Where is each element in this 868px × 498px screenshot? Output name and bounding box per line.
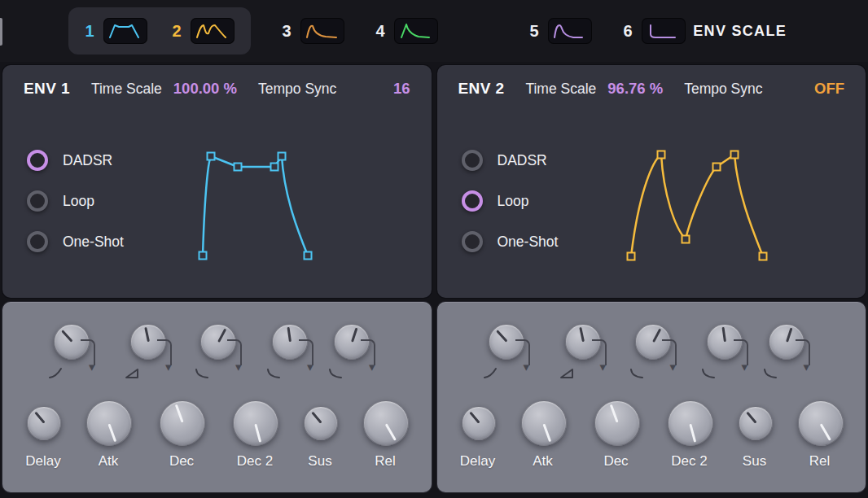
curve-shape-icon <box>763 367 778 379</box>
left-edge-mark <box>0 18 2 46</box>
dec2-label: Dec 2 <box>218 453 292 470</box>
tempo-sync-label: Tempo Sync <box>684 81 762 98</box>
tempo-sync-label: Tempo Sync <box>258 81 336 98</box>
dec2-knob[interactable] <box>233 400 278 446</box>
envelope-handle[interactable] <box>278 153 286 160</box>
env-tab-row-3-4: 3 4 <box>282 7 438 55</box>
down-arrow-icon: ▾ <box>742 360 748 373</box>
mode-label: Loop <box>498 193 529 210</box>
env2-envelope-display[interactable] <box>626 138 777 267</box>
down-arrow-icon: ▾ <box>369 360 375 373</box>
mode-option-one-shot[interactable]: One-Shot <box>462 221 559 262</box>
envelope-handle[interactable] <box>682 236 689 243</box>
envelope-curve <box>203 156 308 256</box>
env2-mode-selector: DADSR Loop One-Shot <box>462 140 559 262</box>
panel-title: ENV 1 <box>24 80 70 98</box>
env1-envelope-display[interactable] <box>196 140 318 266</box>
envelope-handle[interactable] <box>712 164 720 171</box>
time-scale-value[interactable]: 96.76 % <box>607 80 663 98</box>
tempo-sync-value[interactable]: 16 <box>393 80 410 98</box>
envelope-4-thumbnail-icon <box>394 18 438 44</box>
dec-knob[interactable] <box>594 400 640 446</box>
sus-knob[interactable] <box>739 406 773 440</box>
delay-label: Delay <box>441 453 515 470</box>
mode-label: Loop <box>63 193 94 210</box>
envelope-handle[interactable] <box>759 253 766 260</box>
delay-label: Delay <box>7 453 80 470</box>
envelope-handle[interactable] <box>657 151 664 159</box>
mode-option-loop[interactable]: Loop <box>462 181 559 221</box>
delay-knob[interactable] <box>462 406 496 440</box>
time-scale-label: Time Scale <box>91 81 162 98</box>
sus-knob[interactable] <box>304 406 338 440</box>
down-arrow-icon: ▾ <box>307 360 313 373</box>
curve-shape-icon <box>266 367 281 379</box>
curve-shape-icon <box>328 367 343 379</box>
mode-option-loop[interactable]: Loop <box>27 181 124 221</box>
dec2-label: Dec 2 <box>653 453 726 470</box>
time-scale-label: Time Scale <box>525 81 596 98</box>
env-tab-1[interactable]: 1 <box>85 18 147 44</box>
envelope-handle[interactable] <box>199 252 207 260</box>
tab-number: 2 <box>172 22 182 41</box>
envelope-curve <box>631 155 763 256</box>
env-tab-4[interactable]: 4 <box>375 18 438 44</box>
env1-mode-selector: DADSR Loop One-Shot <box>27 140 124 262</box>
tab-number: 1 <box>85 22 94 41</box>
dec-knob[interactable] <box>160 400 205 446</box>
dec-label: Dec <box>145 453 218 470</box>
sus-label: Sus <box>718 453 791 470</box>
envelope-handle[interactable] <box>271 164 278 171</box>
env1-display-section: ENV 1 Time Scale 100.00 % Tempo Sync 16 … <box>2 65 432 298</box>
radio-selected-icon <box>27 150 48 171</box>
rel-label: Rel <box>349 453 422 470</box>
atk-knob[interactable] <box>86 400 132 446</box>
linear-shape-icon <box>125 367 139 379</box>
tab-number: 4 <box>375 22 385 41</box>
mode-label: One-Shot <box>63 234 124 251</box>
curve-shape-icon <box>629 367 644 379</box>
mode-option-dadsr[interactable]: DADSR <box>27 140 124 181</box>
env-tab-2[interactable]: 2 <box>172 18 235 44</box>
down-arrow-icon: ▾ <box>165 360 172 373</box>
env2-knob-section: ▾ ▾ ▾ ▾ ▾ Delay Atk Dec Dec 2 Sus Rel <box>437 302 866 492</box>
dec-label: Dec <box>580 453 653 470</box>
envelope-handle[interactable] <box>730 151 738 159</box>
envelope-6-thumbnail-icon <box>642 18 686 44</box>
tab-number: 6 <box>623 22 633 41</box>
down-arrow-icon: ▾ <box>524 360 530 373</box>
envelope-handle[interactable] <box>305 252 312 260</box>
tempo-sync-value[interactable]: OFF <box>814 80 844 98</box>
radio-selected-icon <box>462 190 483 212</box>
env-tab-3[interactable]: 3 <box>282 18 344 44</box>
mode-label: One-Shot <box>498 234 559 251</box>
env2-display-section: ENV 2 Time Scale 96.76 % Tempo Sync OFF … <box>437 65 866 298</box>
envelope-handle[interactable] <box>627 253 634 260</box>
delay-knob[interactable] <box>27 406 61 440</box>
rel-label: Rel <box>783 453 857 470</box>
dec2-knob[interactable] <box>668 400 713 446</box>
envelope-handle[interactable] <box>208 153 215 160</box>
mode-option-dadsr[interactable]: DADSR <box>462 140 559 181</box>
env-tab-5[interactable]: 5 <box>529 18 592 44</box>
time-scale-value[interactable]: 100.00 % <box>173 80 237 98</box>
curve-shape-icon <box>701 367 716 379</box>
env-tab-6[interactable]: 6 <box>623 18 686 44</box>
env-scale-label: ENV SCALE <box>693 23 787 40</box>
envelope-editors: ENV 1 Time Scale 100.00 % Tempo Sync 16 … <box>0 62 868 492</box>
curve-shape-icon <box>195 367 209 379</box>
down-arrow-icon: ▾ <box>600 360 607 373</box>
mode-label: DADSR <box>63 152 112 169</box>
curve-shape-icon <box>483 367 498 379</box>
env2-header: ENV 2 Time Scale 96.76 % Tempo Sync OFF <box>437 80 866 98</box>
env1-header: ENV 1 Time Scale 100.00 % Tempo Sync 16 <box>2 80 432 98</box>
atk-knob[interactable] <box>521 400 567 446</box>
down-arrow-icon: ▾ <box>804 360 810 373</box>
rel-knob[interactable] <box>798 400 844 446</box>
mode-option-one-shot[interactable]: One-Shot <box>27 221 124 262</box>
envelope-1-thumbnail-icon <box>103 18 147 44</box>
env1-knob-section: ▾ ▾ ▾ ▾ ▾ Delay Atk Dec Dec 2 Sus Rel <box>2 302 432 492</box>
rel-knob[interactable] <box>363 400 409 446</box>
atk-label: Atk <box>506 453 580 470</box>
envelope-handle[interactable] <box>235 164 242 171</box>
